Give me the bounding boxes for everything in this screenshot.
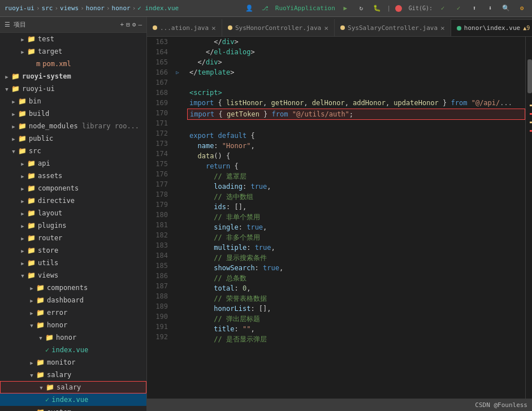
code-line-187: total: 0, xyxy=(187,283,525,293)
run-icon[interactable]: ▶ xyxy=(340,3,351,14)
tab-close-salary-ctrl[interactable]: × xyxy=(440,24,445,32)
folder-icon-honor-inner: 📁 xyxy=(45,334,54,341)
arrow-router xyxy=(18,235,27,241)
branch-icon[interactable]: ⎇ xyxy=(259,3,271,14)
sidebar-item-error[interactable]: 📁 error xyxy=(0,306,146,319)
sidebar-item-views-components[interactable]: 📁 components xyxy=(0,282,146,294)
separator: | xyxy=(387,5,391,11)
git-push-icon[interactable]: ⬆ xyxy=(469,3,480,14)
sidebar-item-components[interactable]: 📁 components xyxy=(0,182,146,194)
tab-honor-index[interactable]: honor\index.vue ▲9 ▲5 × ∧ ∨ xyxy=(451,19,532,36)
folder-icon-assets: 📁 xyxy=(27,172,36,180)
folder-icon-public: 📁 xyxy=(18,135,27,142)
sidebar-item-target[interactable]: 📁 target xyxy=(0,45,146,58)
stop-icon[interactable] xyxy=(395,5,402,12)
tab-close-ation[interactable]: × xyxy=(211,24,216,32)
tab-salary-controller[interactable]: SysSalaryController.java × xyxy=(335,19,451,36)
label-router: router xyxy=(38,234,62,242)
breadcrumb-honor2[interactable]: honor xyxy=(112,5,131,12)
settings-icon[interactable]: ⚙ xyxy=(516,3,527,14)
sidebar-item-dashboard[interactable]: 📁 dashboard xyxy=(0,294,146,306)
arrow-assets xyxy=(18,173,27,179)
folder-icon-build: 📁 xyxy=(18,110,27,118)
sidebar-item-test[interactable]: 📁 test xyxy=(0,33,146,45)
sidebar-item-build[interactable]: 📁 build xyxy=(0,107,146,120)
sidebar-item-plugins[interactable]: 📁 plugins xyxy=(0,219,146,232)
sidebar-item-api[interactable]: 📁 api xyxy=(0,157,146,170)
arrow-monitor xyxy=(27,360,36,366)
sidebar-item-public[interactable]: 📁 public xyxy=(0,132,146,145)
code-line-181: single: true, xyxy=(187,222,525,232)
git-check-icon[interactable]: ✓ xyxy=(437,3,448,14)
sidebar-item-utils[interactable]: 📁 utils xyxy=(0,257,146,269)
sidebar-item-honor-outer[interactable]: 📁 honor xyxy=(0,319,146,331)
sidebar-item-ruoyi-system[interactable]: 📁 ruoyi-system xyxy=(0,70,146,83)
git-update-icon[interactable]: ✓ xyxy=(453,3,464,14)
sidebar-item-views[interactable]: 📁 views xyxy=(0,269,146,282)
sidebar-menu-icon[interactable]: ☰ xyxy=(5,21,10,28)
tab-close-honor-ctrl[interactable]: × xyxy=(324,24,328,32)
sidebar-item-salary-index[interactable]: ✓ index.vue xyxy=(0,393,146,406)
sidebar-item-honor-index[interactable]: ✓ index.vue xyxy=(0,344,146,356)
sidebar-close-icon[interactable]: — xyxy=(138,21,142,28)
sidebar-item-pom[interactable]: m pom.xml xyxy=(0,58,146,70)
csdn-label: CSDN @Founless xyxy=(475,401,527,409)
sidebar-item-src[interactable]: 📁 src xyxy=(0,145,146,157)
search-global-icon[interactable]: 🔍 xyxy=(500,3,512,14)
refresh-icon[interactable]: ↻ xyxy=(356,3,367,14)
sidebar-item-bin[interactable]: 📁 bin xyxy=(0,95,146,107)
user-icon[interactable]: 👤 xyxy=(244,3,255,14)
label-salary-index: index.vue xyxy=(51,396,88,404)
arrow-api xyxy=(18,161,27,167)
arrow-node-modules xyxy=(9,123,18,129)
sidebar-item-layout[interactable]: 📁 layout xyxy=(0,207,146,219)
breadcrumb-ruoyi-ui[interactable]: ruoyi-ui xyxy=(5,5,34,12)
sidebar-item-salary-outer[interactable]: 📁 salary xyxy=(0,369,146,381)
sidebar-item-monitor[interactable]: 📁 monitor xyxy=(0,356,146,369)
minimap-warn-2 xyxy=(530,122,532,123)
minimap-err-2 xyxy=(530,130,532,132)
scrollbar-thumb[interactable] xyxy=(527,59,532,93)
sidebar-item-ruoyi-ui[interactable]: 📁 ruoyi-ui xyxy=(0,83,146,95)
sidebar-item-salary-inner[interactable]: 📁 salary xyxy=(0,381,146,393)
breadcrumb-views[interactable]: views xyxy=(60,5,79,12)
breadcrumb-honor1[interactable]: honor xyxy=(86,5,105,12)
label-ruoyi-system: ruoyi-system xyxy=(22,72,71,80)
label-salary-inner: salary xyxy=(57,383,81,391)
sidebar-item-assets[interactable]: 📁 assets xyxy=(0,170,146,182)
arrow-views xyxy=(18,272,27,279)
folder-icon-monitor: 📁 xyxy=(36,358,45,366)
breadcrumb-src[interactable]: src xyxy=(42,5,53,12)
code-line-171 xyxy=(187,120,525,131)
sidebar-settings-icon[interactable]: ⚙ xyxy=(132,21,136,28)
sidebar-add-icon[interactable]: + xyxy=(120,21,124,28)
sidebar-item-system[interactable]: 📁 system xyxy=(0,406,146,411)
git-pull-icon[interactable]: ⬇ xyxy=(485,3,496,14)
main-layout: ☰ 项目 + ⊟ ⚙ — 📁 test 📁 target m pom.x xyxy=(0,17,532,411)
label-assets: assets xyxy=(38,172,62,180)
code-line-173: name: "Honor", xyxy=(187,141,525,151)
tab-honor-controller[interactable]: SysHonorController.java × xyxy=(222,19,335,36)
folder-icon-error: 📁 xyxy=(36,309,45,317)
sidebar-item-directive[interactable]: 📁 directive xyxy=(0,194,146,207)
label-ruoyi-ui: ruoyi-ui xyxy=(22,85,55,93)
arrow-honor-outer xyxy=(27,322,36,328)
code-line-186: // 总条数 xyxy=(187,273,525,283)
sidebar-item-honor-inner[interactable]: 📁 honor xyxy=(0,331,146,344)
tab-warn-badge: ▲9 xyxy=(523,25,530,31)
code-line-188: // 荣誉表格数据 xyxy=(187,293,525,304)
arrow-dashboard xyxy=(27,297,36,304)
code-line-190: // 弹出层标题 xyxy=(187,314,525,324)
code-editor[interactable]: </div> </el-dialog> </div> </template> <… xyxy=(183,37,525,411)
folder-icon-system: 📁 xyxy=(36,408,45,411)
code-line-192: // 是否显示弹层 xyxy=(187,334,525,344)
code-line-172: export default { xyxy=(187,131,525,141)
code-line-191: title: "", xyxy=(187,324,525,334)
debug-icon[interactable]: 🐛 xyxy=(371,3,383,14)
label-test: test xyxy=(38,35,54,43)
sidebar-item-router[interactable]: 📁 router xyxy=(0,232,146,244)
tab-ation[interactable]: ...ation.java × xyxy=(147,19,222,36)
sidebar-item-node-modules[interactable]: 📁 node_modules library roo... xyxy=(0,120,146,132)
sidebar-item-store[interactable]: 📁 store xyxy=(0,244,146,257)
sidebar-collapse-icon[interactable]: ⊟ xyxy=(126,21,130,28)
